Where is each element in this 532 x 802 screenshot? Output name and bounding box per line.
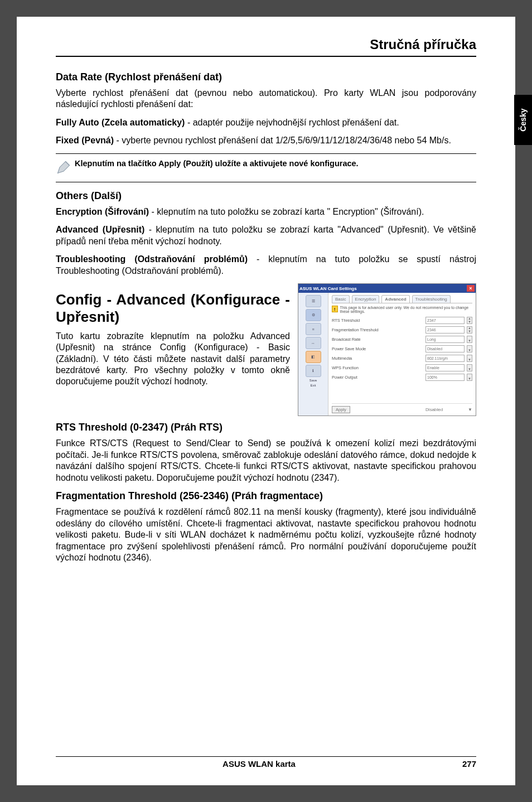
warning-icon: ! — [332, 306, 338, 312]
dropdown-icon[interactable]: ▼ — [467, 336, 472, 343]
window-body: ☰ ⚙ ≡ ↔ ◧ ℹ Save Exit Basic Encryption — [298, 293, 476, 416]
window-title: ASUS WLAN Card Settings — [299, 286, 357, 291]
status-select[interactable]: Disabled — [425, 407, 465, 412]
window-sidebar: ☰ ⚙ ≡ ↔ ◧ ℹ Save Exit — [298, 293, 328, 416]
field-label: Multimedia — [332, 356, 423, 361]
field-label: Power Save Mode — [332, 346, 423, 351]
page-header: Stručná příručka — [56, 37, 476, 57]
field-row: WPS Function Enable ▼ — [332, 364, 472, 371]
frag-para: Fragmentace se používá k rozdělení rámců… — [56, 506, 476, 563]
page: Stručná příručka Česky Data Rate (Rychlo… — [17, 17, 515, 785]
broadcast-select[interactable]: Long — [425, 336, 465, 343]
warning-text: This page is for advanced user only. We … — [340, 306, 472, 313]
window-tabs: Basic Encryption Advanced Troubleshootin… — [332, 295, 472, 303]
warning-row: ! This page is for advanced user only. W… — [332, 306, 472, 313]
fields: RTS Threshold 2347 ▲▼ Fragmentation Thre… — [332, 317, 472, 381]
apply-button[interactable]: Apply — [332, 406, 350, 413]
sidebar-survey-icon[interactable]: ≡ — [306, 323, 321, 335]
section-others-heading: Others (Další) — [56, 190, 476, 202]
data-rate-fully-auto: Fully Auto (Zcela automaticky) - adaptér… — [56, 117, 476, 128]
note-block: Klepnutím na tlačítko Apply (Použít) ulo… — [56, 153, 476, 182]
field-label: RTS Threshold — [332, 318, 423, 323]
sidebar-config-icon[interactable]: ⚙ — [306, 309, 321, 321]
fixed-label: Fixed (Pevná) — [56, 136, 114, 145]
window-bottom: Apply Disabled ▼ — [332, 403, 472, 413]
sidebar-status-icon[interactable]: ☰ — [306, 295, 321, 307]
others-advanced: Advanced (Upřesnit) - klepnutím na tuto … — [56, 224, 476, 247]
encryption-label: Encryption (Šifrování) — [56, 207, 149, 216]
dropdown-icon[interactable]: ▼ — [467, 355, 472, 362]
fully-auto-text: - adaptér použije nejvhodnější rychlost … — [185, 118, 399, 127]
field-row: Power Output 100% ▼ — [332, 374, 472, 381]
sidebar-save-label: Save — [309, 379, 317, 382]
others-troubleshooting: Troubleshooting (Odstraňování problémů) … — [56, 254, 476, 277]
footer-page-number: 277 — [462, 759, 476, 769]
page-footer: ASUS WLAN karta 277 — [56, 756, 476, 769]
config-advanced-left: Config - Advanced (Konfigurace - Upřesni… — [56, 283, 290, 416]
field-row: RTS Threshold 2347 ▲▼ — [332, 317, 472, 324]
sidebar-ipconfig-icon[interactable]: ◧ — [306, 351, 321, 363]
language-tab: Česky — [514, 95, 532, 145]
powersave-select[interactable]: Disabled — [425, 345, 465, 352]
spinner-icon[interactable]: ▲▼ — [467, 326, 472, 334]
field-label: Power Output — [332, 375, 423, 380]
note-text: Klepnutím na tlačítko Apply (Použít) ulo… — [75, 158, 359, 169]
window-main: Basic Encryption Advanced Troubleshootin… — [328, 293, 476, 416]
tab-basic[interactable]: Basic — [332, 295, 350, 303]
advanced-label: Advanced (Upřesnit) — [56, 225, 144, 234]
field-label: WPS Function — [332, 365, 423, 370]
dropdown-icon[interactable]: ▼ — [468, 407, 472, 412]
multimedia-select[interactable]: 802.11b/g/n — [425, 355, 465, 362]
field-label: Broadcast Rate — [332, 337, 423, 342]
field-row: Fragmentation Threshold 2346 ▲▼ — [332, 326, 472, 334]
spinner-icon[interactable]: ▲▼ — [467, 317, 472, 324]
sidebar-exit-label: Exit — [310, 384, 316, 387]
dropdown-icon[interactable]: ▼ — [467, 374, 472, 381]
sidebar-link-icon[interactable]: ↔ — [306, 337, 321, 349]
section-rts-heading: RTS Threshold (0-2347) (Práh RTS) — [56, 422, 476, 433]
tab-encryption[interactable]: Encryption — [352, 295, 380, 303]
window-titlebar: ASUS WLAN Card Settings × — [298, 284, 476, 293]
field-row: Broadcast Rate Long ▼ — [332, 336, 472, 343]
troubleshooting-label: Troubleshooting (Odstraňování problémů) — [56, 254, 248, 264]
tab-troubleshooting[interactable]: Troubleshooting — [412, 295, 451, 303]
others-encryption: Encryption (Šifrování) - klepnutím na tu… — [56, 206, 476, 218]
sidebar-about-icon[interactable]: ℹ — [306, 365, 321, 377]
config-advanced-screenshot-wrap: ASUS WLAN Card Settings × ☰ ⚙ ≡ ↔ ◧ ℹ Sa… — [298, 283, 476, 416]
encryption-text: - klepnutím na tuto položku se zobrazí k… — [149, 207, 424, 216]
config-advanced-para: Tuto kartu zobrazíte klepnutím na položk… — [56, 331, 290, 388]
config-advanced-heading: Config - Advanced (Konfigurace - Upřesni… — [56, 291, 290, 326]
dropdown-icon[interactable]: ▼ — [467, 345, 472, 352]
tab-advanced[interactable]: Advanced — [381, 295, 409, 303]
field-row: Power Save Mode Disabled ▼ — [332, 345, 472, 352]
fixed-text: - vyberte pevnou rychlost přenášení dat … — [114, 136, 451, 145]
data-rate-fixed: Fixed (Pevná) - vyberte pevnou rychlost … — [56, 135, 476, 146]
wps-select[interactable]: Enable — [425, 364, 465, 371]
data-rate-intro: Vyberte rychlost přenášení dat (pevnou n… — [56, 88, 476, 110]
frag-input[interactable]: 2346 — [425, 326, 465, 334]
power-output-select[interactable]: 100% — [425, 374, 465, 381]
rts-input[interactable]: 2347 — [425, 317, 465, 324]
pencil-icon — [56, 158, 75, 177]
config-advanced-row: Config - Advanced (Konfigurace - Upřesni… — [56, 283, 476, 416]
field-row: Multimedia 802.11b/g/n ▼ — [332, 355, 472, 362]
section-frag-heading: Fragmentation Threshold (256-2346) (Práh… — [56, 490, 476, 502]
field-label: Fragmentation Threshold — [332, 327, 423, 332]
close-icon[interactable]: × — [467, 285, 475, 292]
rts-para: Funkce RTS/CTS (Request to Send/Clear to… — [56, 438, 476, 484]
section-data-rate-heading: Data Rate (Rychlost přenášení dat) — [56, 71, 476, 83]
dropdown-icon[interactable]: ▼ — [467, 364, 472, 371]
fully-auto-label: Fully Auto (Zcela automaticky) — [56, 118, 185, 127]
footer-center: ASUS WLAN karta — [223, 759, 296, 769]
language-tab-label: Česky — [519, 108, 528, 131]
settings-window: ASUS WLAN Card Settings × ☰ ⚙ ≡ ↔ ◧ ℹ Sa… — [298, 283, 476, 416]
